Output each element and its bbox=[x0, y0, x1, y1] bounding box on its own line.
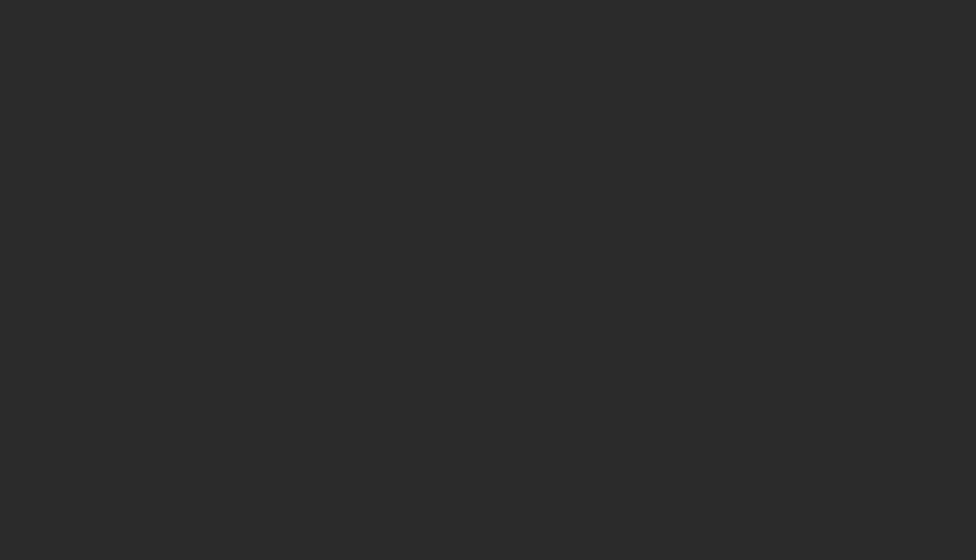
goland-window bbox=[0, 0, 976, 560]
